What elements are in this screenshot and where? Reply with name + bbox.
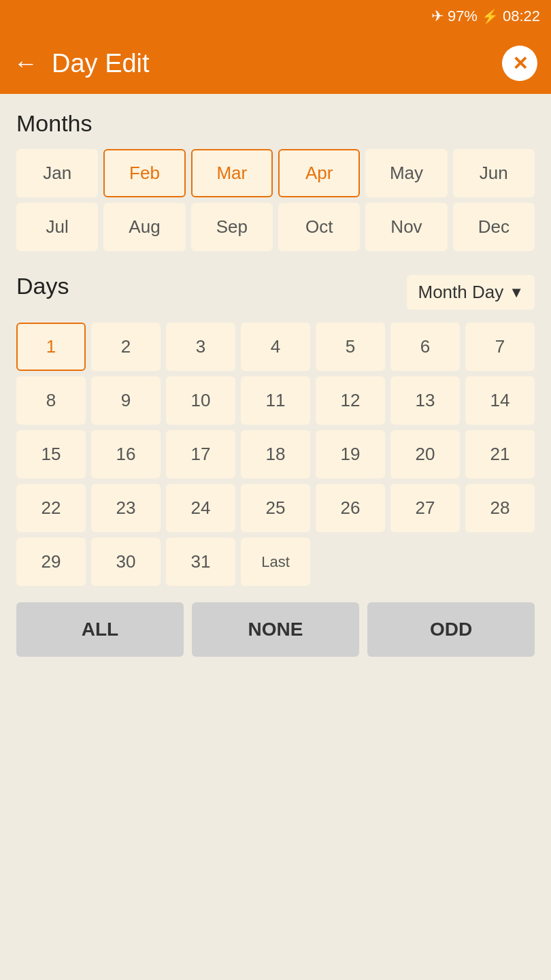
day-btn-16[interactable]: 16 [91, 430, 161, 478]
status-icons: ✈ 97% ⚡ 08:22 [431, 7, 540, 25]
day-btn-21[interactable]: 21 [465, 430, 535, 478]
day-btn-4[interactable]: 4 [241, 323, 310, 371]
main-content: Months JanFebMarAprMayJunJulAugSepOctNov… [0, 94, 551, 673]
page-title: Day Edit [52, 49, 150, 78]
month-grid: JanFebMarAprMayJunJulAugSepOctNovDec [16, 149, 535, 251]
day-btn-10[interactable]: 10 [166, 376, 235, 425]
month-btn-nov[interactable]: Nov [365, 203, 447, 251]
month-btn-jan[interactable]: Jan [16, 149, 98, 197]
day-btn-6[interactable]: 6 [390, 323, 460, 371]
all-button[interactable]: ALL [16, 602, 184, 657]
day-btn-11[interactable]: 11 [241, 376, 310, 425]
day-btn-23[interactable]: 23 [91, 484, 161, 532]
time-text: 08:22 [503, 7, 540, 25]
header-left: ← Day Edit [14, 49, 150, 78]
day-btn-27[interactable]: 27 [390, 484, 460, 532]
day-btn-31[interactable]: 31 [166, 538, 235, 586]
day-btn-20[interactable]: 20 [390, 430, 460, 478]
month-btn-apr[interactable]: Apr [278, 149, 360, 197]
day-btn-17[interactable]: 17 [166, 430, 235, 478]
day-btn-8[interactable]: 8 [16, 376, 86, 425]
day-btn-29[interactable]: 29 [16, 538, 86, 586]
month-btn-oct[interactable]: Oct [278, 203, 360, 251]
day-btn-15[interactable]: 15 [16, 430, 86, 478]
day-btn-22[interactable]: 22 [16, 484, 86, 532]
none-button[interactable]: NONE [192, 602, 359, 657]
month-btn-feb[interactable]: Feb [103, 149, 185, 197]
month-btn-sep[interactable]: Sep [191, 203, 273, 251]
day-btn-14[interactable]: 14 [465, 376, 535, 425]
back-button[interactable]: ← [14, 49, 38, 78]
day-grid: 1234567891011121314151617181920212223242… [16, 323, 535, 586]
month-btn-dec[interactable]: Dec [453, 203, 535, 251]
months-label: Months [16, 110, 535, 137]
day-btn-24[interactable]: 24 [166, 484, 235, 532]
close-icon: ✕ [512, 52, 528, 75]
dropdown-label-text: Month Day [418, 282, 503, 303]
days-header: Days Month Day ▼ [16, 273, 535, 312]
day-btn-26[interactable]: 26 [316, 484, 385, 532]
month-btn-jul[interactable]: Jul [16, 203, 98, 251]
action-buttons: ALL NONE ODD [16, 602, 535, 657]
month-btn-jun[interactable]: Jun [453, 149, 535, 197]
day-btn-13[interactable]: 13 [390, 376, 460, 425]
flight-icon: ✈ [431, 7, 444, 25]
battery-text: 97% [448, 7, 478, 25]
month-day-dropdown[interactable]: Month Day ▼ [407, 275, 535, 310]
day-btn-19[interactable]: 19 [316, 430, 385, 478]
close-button[interactable]: ✕ [502, 46, 537, 81]
day-btn-last[interactable]: Last [241, 538, 310, 586]
day-btn-3[interactable]: 3 [166, 323, 235, 371]
day-btn-9[interactable]: 9 [91, 376, 161, 425]
app-header: ← Day Edit ✕ [0, 33, 551, 94]
status-bar: ✈ 97% ⚡ 08:22 [0, 0, 551, 33]
chevron-down-icon: ▼ [509, 284, 524, 301]
day-btn-5[interactable]: 5 [316, 323, 385, 371]
days-label: Days [16, 273, 69, 299]
month-btn-mar[interactable]: Mar [191, 149, 273, 197]
month-btn-aug[interactable]: Aug [103, 203, 185, 251]
battery-icon: ⚡ [482, 8, 499, 24]
day-btn-7[interactable]: 7 [465, 323, 535, 371]
day-btn-12[interactable]: 12 [316, 376, 385, 425]
month-btn-may[interactable]: May [365, 149, 447, 197]
day-btn-2[interactable]: 2 [91, 323, 161, 371]
day-btn-1[interactable]: 1 [16, 323, 86, 371]
day-btn-30[interactable]: 30 [91, 538, 161, 586]
day-btn-25[interactable]: 25 [241, 484, 310, 532]
odd-button[interactable]: ODD [367, 602, 535, 657]
day-btn-18[interactable]: 18 [241, 430, 310, 478]
day-btn-28[interactable]: 28 [465, 484, 535, 532]
